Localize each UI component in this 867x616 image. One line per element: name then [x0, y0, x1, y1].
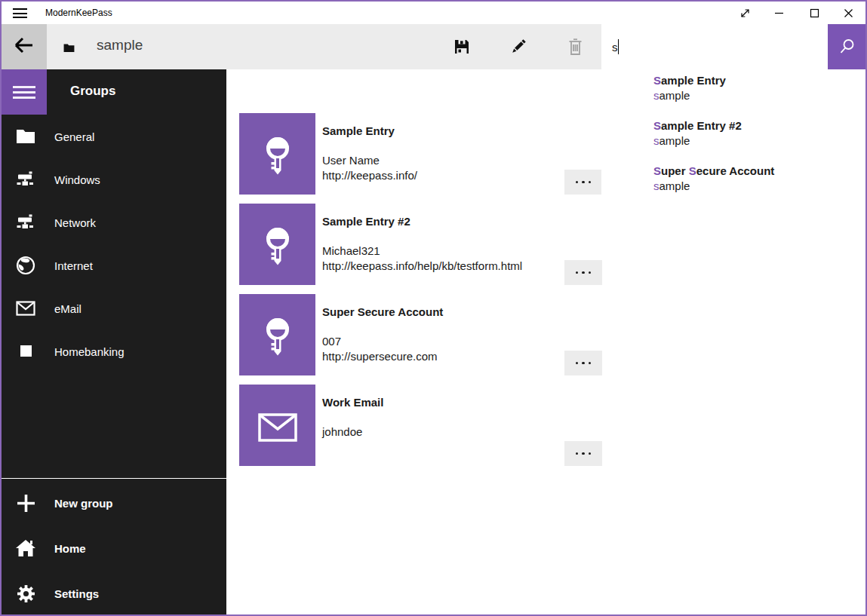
- suggestion-item[interactable]: Sample Entry sample: [653, 73, 726, 118]
- menu-button[interactable]: [2, 69, 47, 115]
- suggestion-item[interactable]: Super Secure Account sample: [653, 164, 774, 209]
- sidebar-item-label: Home: [54, 542, 86, 555]
- minimize-button[interactable]: [761, 2, 796, 24]
- search-query: s: [612, 41, 618, 54]
- maximize-button[interactable]: [797, 2, 832, 24]
- back-button[interactable]: [2, 24, 47, 69]
- entry-title: Super Secure Account: [322, 305, 443, 318]
- entry-tile-key-icon: [239, 204, 315, 285]
- entry-title: Sample Entry #2: [322, 215, 410, 228]
- ellipsis-icon: [576, 181, 579, 184]
- network-icon: [15, 212, 36, 233]
- delete-button[interactable]: [560, 32, 590, 62]
- gear-icon: [15, 583, 36, 604]
- ellipsis-icon: [576, 271, 579, 274]
- entry-detail: Michael321: [322, 244, 380, 257]
- entry-row[interactable]: Super Secure Account 007http://supersecu…: [239, 294, 602, 375]
- delete-icon: [568, 38, 583, 55]
- more-button[interactable]: [564, 260, 602, 285]
- sidebar-item-label: eMail: [54, 302, 81, 314]
- sidebar-item-email[interactable]: eMail: [2, 287, 226, 329]
- plus-icon: [15, 492, 36, 513]
- entry-row[interactable]: Sample Entry User Namehttp://keepass.inf…: [239, 113, 602, 195]
- entry-detail: 007: [322, 335, 341, 348]
- suggestion-title: Sample Entry: [653, 73, 726, 88]
- entry-title: Work Email: [322, 396, 383, 409]
- sidebar-item-label: Homebanking: [54, 345, 125, 357]
- database-title: sample: [97, 37, 143, 54]
- hamburger-icon: [13, 8, 27, 18]
- folder-icon: [15, 126, 36, 147]
- entry-tile-key-icon: [239, 113, 315, 195]
- more-button[interactable]: [564, 170, 602, 195]
- suggestion-subtitle: sample: [653, 88, 726, 103]
- sidebar-item-general[interactable]: General: [2, 115, 226, 158]
- mail-icon: [15, 298, 36, 319]
- entry-detail: http://keepass.info/help/kb/testform.htm…: [322, 259, 522, 272]
- edit-button[interactable]: [503, 32, 533, 62]
- text-caret: [618, 39, 619, 54]
- sidebar-item-label: Internet: [54, 259, 93, 271]
- ellipsis-icon: [576, 362, 579, 365]
- suggestion-title: Sample Entry #2: [653, 118, 742, 133]
- groups-header: Groups: [70, 84, 115, 99]
- square-icon: [15, 341, 36, 362]
- sidebar-action-settings[interactable]: Settings: [2, 571, 226, 616]
- sidebar-item-label: Network: [54, 216, 96, 228]
- search-suggestions: Sample Entry sample Sample Entry #2 samp…: [601, 69, 865, 256]
- sidebar-item-label: New group: [54, 497, 113, 510]
- edit-icon: [510, 38, 527, 55]
- ellipsis-icon: [576, 452, 579, 455]
- save-button[interactable]: [447, 32, 477, 62]
- entry-title: Sample Entry: [322, 124, 395, 137]
- back-arrow-icon: [14, 37, 34, 57]
- entry-detail: http://supersecure.com: [322, 350, 438, 363]
- entry-row[interactable]: Work Email johndoe: [239, 385, 602, 466]
- suggestion-title: Super Secure Account: [653, 164, 774, 179]
- more-button[interactable]: [564, 441, 602, 466]
- sidebar-divider: [2, 478, 226, 479]
- sidebar-item-homebanking[interactable]: Homebanking: [2, 329, 226, 372]
- suggestion-subtitle: sample: [653, 133, 742, 149]
- sidebar-action-new-group[interactable]: New group: [2, 480, 226, 526]
- window-title: ModernKeePass: [45, 8, 112, 18]
- entry-detail: User Name: [322, 154, 380, 167]
- network-icon: [15, 169, 36, 190]
- save-icon: [454, 39, 469, 54]
- entry-tile-key-icon: [239, 294, 315, 375]
- entry-tile-mail-tile-icon: [239, 385, 315, 466]
- search-button[interactable]: [828, 24, 865, 69]
- database-icon: [63, 41, 75, 55]
- groups-list: General Windows Network Internet eMail H…: [2, 115, 226, 372]
- suggestion-item[interactable]: Sample Entry #2 sample: [653, 118, 742, 164]
- sidebar-item-internet[interactable]: Internet: [2, 244, 226, 287]
- search-icon: [838, 38, 855, 55]
- sidebar-item-label: Windows: [54, 173, 100, 185]
- sidebar-item-network[interactable]: Network: [2, 201, 226, 244]
- close-button[interactable]: [831, 2, 865, 24]
- more-button[interactable]: [564, 351, 602, 375]
- home-icon: [15, 538, 36, 559]
- titlebar: ModernKeePass: [2, 2, 865, 24]
- entry-detail: johndoe: [322, 425, 362, 438]
- search-input[interactable]: s: [601, 24, 828, 69]
- entry-detail: http://keepass.info/: [322, 169, 417, 182]
- hamburger-menu-icon: [13, 86, 35, 99]
- globe-icon: [15, 255, 36, 276]
- suggestion-subtitle: sample: [653, 179, 774, 194]
- command-bar: sample: [47, 24, 601, 69]
- sidebar-item-label: General: [54, 130, 94, 143]
- sidebar-actions: New group Home Settings: [2, 480, 226, 616]
- entry-row[interactable]: Sample Entry #2 Michael321http://keepass…: [239, 204, 602, 285]
- sidebar-item-label: Settings: [54, 587, 99, 600]
- sidebar-item-windows[interactable]: Windows: [2, 158, 226, 201]
- sidebar-action-home[interactable]: Home: [2, 526, 226, 571]
- app-window: ModernKeePass sample: [0, 0, 867, 616]
- sidebar: Groups General Windows Network Internet …: [2, 69, 226, 614]
- fullscreen-button[interactable]: [727, 2, 762, 24]
